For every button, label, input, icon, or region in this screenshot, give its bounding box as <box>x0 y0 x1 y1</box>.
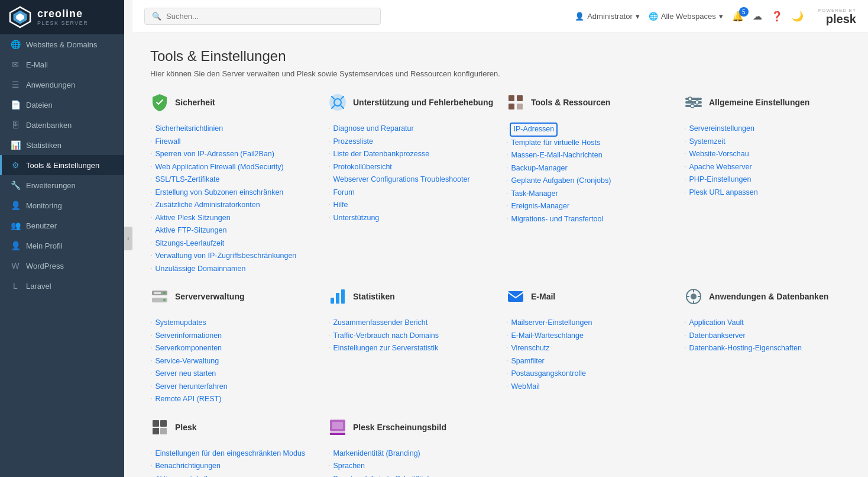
svg-rect-22 <box>341 289 345 304</box>
link-php-einstellungen[interactable]: PHP-Einstellungen <box>689 175 751 185</box>
admin-label: Administrator <box>587 12 633 21</box>
section-erscheinungsbild: Plesk ErscheinungsbildMarkenidentität (B… <box>328 418 494 478</box>
link-server-herunterfahren[interactable]: Server herunterfahren <box>155 382 227 392</box>
link-aktive-ftp-sitzungen[interactable]: Aktive FTP-Sitzungen <box>155 225 226 236</box>
link-traffic-verbrauch-nach-domains[interactable]: Traffic-Verbrauch nach Domains <box>333 331 439 341</box>
link-sicherheitsrichtlinien[interactable]: Sicherheitsrichtlinien <box>155 124 223 134</box>
nav-icon-erweiterungen: 🔧 <box>11 181 20 190</box>
admin-menu[interactable]: 👤 Administrator ▾ <box>575 12 640 21</box>
link-serverkomponenten[interactable]: Serverkomponenten <box>155 343 222 354</box>
sidebar-item-erweiterungen[interactable]: 🔧Erweiterungen <box>0 175 124 195</box>
link-mailserver-einstellungen[interactable]: Mailserver-Einstellungen <box>511 318 592 328</box>
sidebar-item-dateien[interactable]: 📄Dateien <box>0 95 124 115</box>
link-einstellungen-für-den-eingeschränkten-modus[interactable]: Einstellungen für den eingeschränkten Mo… <box>155 449 305 459</box>
section-sicherheit: SicherheitSicherheitsrichtlinienFirewall… <box>150 93 316 275</box>
link-benachrichtigungen[interactable]: Benachrichtigungen <box>155 461 221 472</box>
link-website-vorschau[interactable]: Website-Vorschau <box>689 149 749 160</box>
svg-rect-5 <box>509 95 514 101</box>
link-remote-api-(rest)[interactable]: Remote API (REST) <box>155 394 221 405</box>
svg-rect-27 <box>160 420 167 427</box>
list-item: Benutzerdefinierte Schaltflächen <box>328 473 494 478</box>
link-unzulässige-domainnamen[interactable]: Unzulässige Domainnamen <box>155 264 245 275</box>
link-server-neu-starten[interactable]: Server neu starten <box>155 369 216 379</box>
section-header-sicherheit: Sicherheit <box>150 93 316 115</box>
link-webmail[interactable]: WebMail <box>511 382 539 392</box>
link-firewall[interactable]: Firewall <box>155 137 180 147</box>
link-einstellungen-zur-serverstatistik[interactable]: Einstellungen zur Serverstatistik <box>333 343 438 354</box>
link-sprachen[interactable]: Sprachen <box>333 461 365 472</box>
sidebar-item-monitoring[interactable]: 👤Monitoring <box>0 195 124 215</box>
link-zusätzliche-administratorkonten[interactable]: Zusätzliche Administratorkonten <box>155 200 260 211</box>
sidebar-item-benutzer[interactable]: 👥Benutzer <box>0 215 124 236</box>
sidebar-item-tools[interactable]: ⚙Tools & Einstellungen <box>0 155 124 175</box>
link-protokollübersicht[interactable]: Protokollübersicht <box>333 162 391 173</box>
link-ereignis-manager[interactable]: Ereignis-Manager <box>511 201 569 212</box>
sidebar-item-statistiken[interactable]: 📊Statistiken <box>0 135 124 155</box>
list-item: Application Vault <box>684 317 850 330</box>
section-header-statistiken: Statistiken <box>328 287 494 310</box>
sidebar-item-mein-profil[interactable]: 👤Mein Profil <box>0 236 124 256</box>
link-systemupdates[interactable]: Systemupdates <box>155 318 206 328</box>
link-servereinstellungen[interactable]: Servereinstellungen <box>689 124 754 134</box>
link-diagnose-und-reparatur[interactable]: Diagnose und Reparatur <box>333 124 413 134</box>
link-service-verwaltung[interactable]: Service-Verwaltung <box>155 356 219 367</box>
search-box[interactable]: 🔍 <box>144 8 381 25</box>
link-prozessliste[interactable]: Prozessliste <box>333 137 373 147</box>
help-button[interactable]: ❓ <box>771 11 783 22</box>
link-markenidentität-(branding)[interactable]: Markenidentität (Branding) <box>333 449 420 459</box>
link-postausgangskontrolle[interactable]: Postausgangskontrolle <box>511 369 585 379</box>
section-header-unterstuetzung: Unterstützung und Fehlerbehebung <box>328 93 494 115</box>
workspaces-menu[interactable]: 🌐 Alle Webspaces ▾ <box>649 12 723 21</box>
sidebar-item-anwendungen[interactable]: ☰Anwendungen <box>0 75 124 95</box>
link-systemzeit[interactable]: Systemzeit <box>689 137 725 147</box>
link-forum[interactable]: Forum <box>333 188 354 198</box>
nav-label-tools: Tools & Einstellungen <box>26 161 99 170</box>
list-item: Migrations- und Transfertool <box>506 213 672 226</box>
sidebar-item-email[interactable]: ✉E-Mail <box>0 54 124 75</box>
link-aktionsprotokoll[interactable]: Aktionsprotokoll <box>155 474 207 478</box>
link-e-mail-warteschlange[interactable]: E-Mail-Warteschlange <box>511 331 584 341</box>
link-spamfilter[interactable]: Spamfilter <box>511 356 544 367</box>
list-item: Aktionsprotokoll <box>150 473 316 478</box>
link-hilfe[interactable]: Hilfe <box>333 200 348 211</box>
link-backup-manager[interactable]: Backup-Manager <box>511 163 567 174</box>
link-apache-webserver[interactable]: Apache Webserver <box>689 162 752 173</box>
search-input[interactable] <box>166 12 373 21</box>
link-ip-adressen[interactable]: IP-Adressen <box>511 124 556 136</box>
link-sperren-von-ip-adressen-(fail2ban)[interactable]: Sperren von IP-Adressen (Fail2Ban) <box>155 149 274 160</box>
link-massen-e-mail-nachrichten[interactable]: Massen-E-Mail-Nachrichten <box>511 150 602 161</box>
link-geplante-aufgaben-(cronjobs)[interactable]: Geplante Aufgaben (Cronjobs) <box>511 176 611 186</box>
link-application-vault[interactable]: Application Vault <box>689 318 743 328</box>
link-template-für-virtuelle-hosts[interactable]: Template für virtuelle Hosts <box>511 138 600 149</box>
sidebar-item-wordpress[interactable]: WWordPress <box>0 256 124 276</box>
link-datenbank-hosting-eigenschaften[interactable]: Datenbank-Hosting-Eigenschaften <box>689 343 801 354</box>
nav-label-websites-domains: Websites & Domains <box>26 40 97 49</box>
theme-button[interactable]: 🌙 <box>792 11 804 22</box>
link-liste-der-datenbankprozesse[interactable]: Liste der Datenbankprozesse <box>333 149 429 160</box>
link-webserver-configurations-troubleshooter[interactable]: Webserver Configurations Troubleshooter <box>333 175 469 185</box>
link-task-manager[interactable]: Task-Manager <box>511 189 558 199</box>
sidebar-item-websites-domains[interactable]: 🌐Websites & Domains <box>0 34 124 54</box>
link-web-application-firewall-(modsecurity)[interactable]: Web Application Firewall (ModSecurity) <box>155 162 283 173</box>
link-ssl/tls-zertifikate[interactable]: SSL/TLS-Zertifikate <box>155 175 219 185</box>
link-benutzerdefinierte-schaltflächen[interactable]: Benutzerdefinierte Schaltflächen <box>333 474 439 478</box>
link-aktive-plesk-sitzungen[interactable]: Aktive Plesk Sitzungen <box>155 213 230 224</box>
link-erstellung-von-subzonen-einschränken[interactable]: Erstellung von Subzonen einschränken <box>155 188 283 198</box>
link-virenschutz[interactable]: Virenschutz <box>511 343 549 354</box>
sidebar-item-datenbanken[interactable]: 🗄Datenbanken <box>0 115 124 135</box>
sidebar-item-laravel[interactable]: LLaravel <box>0 276 124 296</box>
notifications-button[interactable]: 🔔 5 <box>732 11 744 22</box>
link-sitzungs-leerlaufzeit[interactable]: Sitzungs-Leerlaufzeit <box>155 238 224 249</box>
link-unterstützung[interactable]: Unterstützung <box>333 213 379 224</box>
link-datenbankserver[interactable]: Datenbankserver <box>689 331 745 341</box>
link-migrations--und-transfertool[interactable]: Migrations- und Transfertool <box>511 214 603 225</box>
link-zusammenfassender-bericht[interactable]: Zusammenfassender Bericht <box>333 318 427 328</box>
link-serverinformationen[interactable]: Serverinformationen <box>155 331 222 341</box>
section-anwendungen-datenbanken: Anwendungen & DatenbankenApplication Vau… <box>684 287 850 406</box>
link-verwaltung-von-ip-zugriffsbeschränkungen[interactable]: Verwaltung von IP-Zugriffsbeschränkungen <box>155 251 296 262</box>
nav-icon-tools: ⚙ <box>11 160 20 170</box>
link-plesk-url-anpassen[interactable]: Plesk URL anpassen <box>689 188 757 198</box>
cloud-button[interactable]: ☁ <box>753 11 762 22</box>
help-icon: ❓ <box>771 11 783 22</box>
sidebar-collapse-button[interactable]: ‹ <box>124 227 132 250</box>
